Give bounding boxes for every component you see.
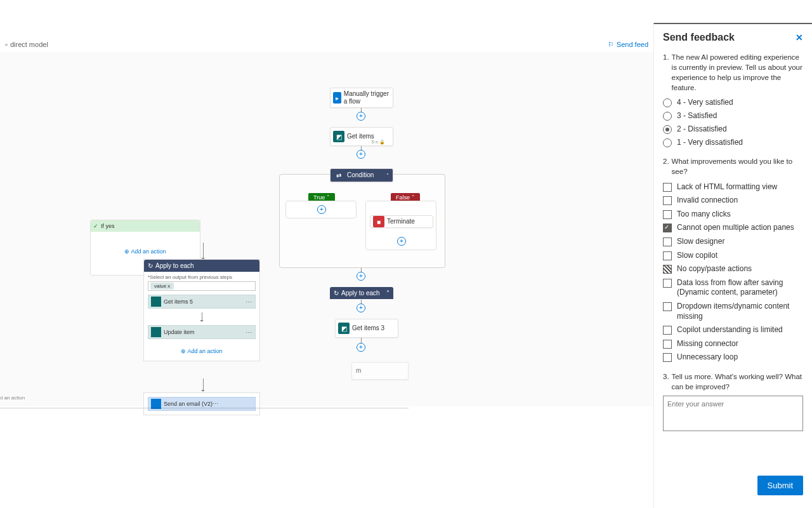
value-token-row[interactable]: value x	[148, 281, 256, 291]
terminate-icon: ■	[373, 216, 384, 227]
checkbox-icon	[663, 251, 672, 260]
checkbox-icon	[663, 326, 672, 335]
checkbox-icon	[663, 210, 672, 219]
window-edge	[0, 408, 409, 409]
question-1: 1.The new AI powered editing experience …	[663, 52, 803, 93]
question-2: 2.What improvements would you like to se…	[663, 156, 803, 177]
partial-card: m	[351, 362, 409, 380]
send-email-action[interactable]: Send an email (V2) ⋯	[143, 392, 260, 415]
add-step-button[interactable]: +	[397, 237, 406, 246]
more-icon[interactable]: ⋯	[246, 298, 252, 305]
rating-option[interactable]: 1 - Very dissatisfied	[663, 138, 803, 147]
loop-icon: ↻	[148, 262, 153, 269]
checkbox-icon	[663, 237, 672, 246]
improvement-option[interactable]: Slow copilot	[663, 251, 803, 261]
page-title: direct model	[10, 41, 48, 48]
radio-icon	[663, 112, 672, 121]
check-icon: ✓	[93, 223, 98, 229]
connector-arrow	[203, 378, 204, 391]
select-output-label: *Select an output from previous steps	[144, 272, 259, 280]
add-action-link[interactable]: ⊕ Add an action	[91, 248, 200, 255]
loop-icon: ↻	[334, 290, 339, 297]
get-items-5-action[interactable]: Get items 5 ⋯	[148, 295, 256, 309]
improvement-option[interactable]: Too many clicks	[663, 210, 803, 220]
improvement-option[interactable]: Missing connector	[663, 339, 803, 349]
card-status-icons: ⎘ ⎋ 🔒	[372, 140, 385, 145]
improvement-option[interactable]: Lack of HTML formatting view	[663, 182, 803, 192]
radio-icon	[663, 98, 672, 107]
condition-card[interactable]: ⇄ Condition ˄	[330, 168, 393, 182]
add-step-button[interactable]: +	[357, 304, 365, 312]
add-step-button[interactable]: +	[317, 205, 326, 214]
checkbox-icon	[663, 302, 672, 311]
breadcrumb: ▫ direct model	[5, 41, 48, 48]
sharepoint-icon	[151, 327, 161, 337]
apply-to-each-card[interactable]: ↻Apply to each˄	[330, 287, 393, 299]
condition-icon: ⇄	[333, 170, 344, 181]
feedback-icon: ⚐	[608, 41, 614, 49]
add-step-button[interactable]: +	[357, 343, 365, 352]
checkbox-icon	[663, 265, 672, 274]
update-item-action[interactable]: Update item ⋯	[148, 325, 256, 339]
chevron-up-icon: ˄	[383, 173, 393, 178]
flow-canvas[interactable]: ▸ Manually trigger a flow + ◩ Get items …	[0, 52, 653, 406]
close-icon[interactable]: ✕	[796, 32, 803, 43]
checkbox-icon	[663, 183, 672, 192]
sharepoint-icon: ◩	[338, 323, 350, 334]
checkbox-icon	[663, 279, 672, 288]
improvement-option[interactable]: Slow designer	[663, 237, 803, 247]
feedback-panel: Send feedback ✕ 1.The new AI powered edi…	[653, 23, 812, 508]
apply-to-each-classic[interactable]: ↻Apply to each *Select an output from pr…	[143, 259, 260, 361]
true-branch: +	[285, 201, 357, 218]
checkbox-icon	[663, 353, 672, 362]
improvement-option[interactable]: Cannot open multiple action panes	[663, 223, 803, 233]
get-items-3-card[interactable]: ◩ Get items 3	[335, 319, 398, 338]
radio-icon	[663, 138, 672, 147]
improvement-option[interactable]: Copilot understanding is limited	[663, 325, 803, 335]
trigger-card[interactable]: ▸ Manually trigger a flow	[330, 88, 393, 108]
sharepoint-icon: ◩	[333, 131, 344, 142]
add-step-button[interactable]: +	[357, 112, 365, 121]
connector-arrow	[202, 312, 202, 321]
checkbox-icon	[663, 340, 672, 349]
improvement-option[interactable]: Data loss from flow after saving (Dynami…	[663, 278, 803, 298]
false-branch: ■ Terminate +	[365, 201, 436, 250]
rating-option[interactable]: 2 - Dissatisfied	[663, 124, 803, 134]
add-step-button[interactable]: +	[357, 272, 365, 281]
improvement-option[interactable]: Unnecessary loop	[663, 352, 803, 363]
sharepoint-icon	[151, 297, 161, 307]
doc-icon: ▫	[5, 41, 8, 48]
improvement-option[interactable]: Dropdown items/dynamic content missing	[663, 302, 803, 321]
submit-button[interactable]: Submit	[757, 476, 803, 495]
checkbox-icon	[663, 196, 672, 205]
terminate-card[interactable]: ■ Terminate	[370, 215, 433, 228]
rating-option[interactable]: 3 - Satisfied	[663, 111, 803, 121]
radio-icon	[663, 125, 672, 134]
more-icon[interactable]: ⋯	[246, 329, 252, 336]
improvement-option[interactable]: No copy/paste actions	[663, 264, 803, 274]
send-feedback-link[interactable]: ⚐ Send feed	[608, 41, 648, 49]
add-step-button[interactable]: +	[357, 150, 365, 159]
connector-arrow	[203, 243, 204, 259]
feedback-textarea[interactable]	[663, 396, 803, 431]
panel-title: Send feedback ✕	[663, 32, 803, 43]
checkbox-icon	[663, 224, 672, 232]
add-action-link[interactable]: ⊕ Add an action	[144, 348, 259, 354]
rating-option[interactable]: 4 - Very satisfied	[663, 98, 803, 107]
improvement-option[interactable]: Invalid connection	[663, 196, 803, 206]
trigger-icon: ▸	[333, 92, 341, 104]
chevron-up-icon: ˄	[386, 290, 390, 297]
more-icon[interactable]: ⋯	[213, 401, 218, 407]
truncated-label: d an action	[0, 395, 25, 401]
question-3: 3.Tell us more. What's working well? Wha…	[663, 371, 803, 392]
